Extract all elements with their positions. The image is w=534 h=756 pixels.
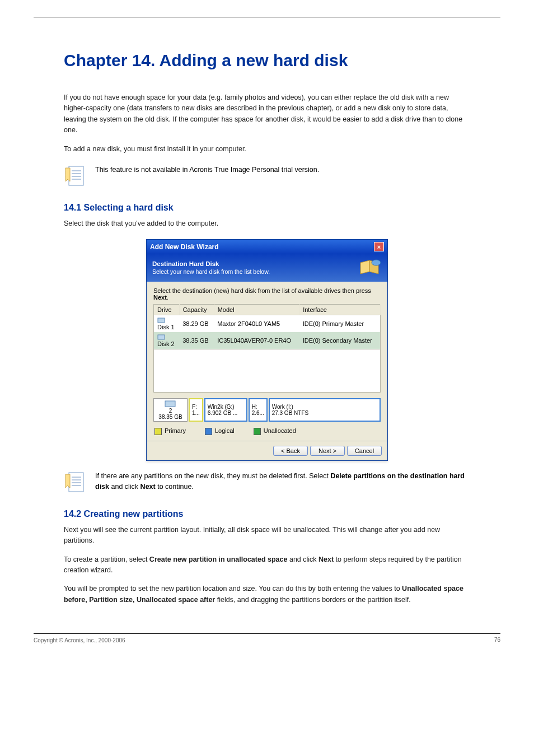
svg-rect-6: [158, 318, 165, 323]
svg-rect-7: [158, 335, 165, 339]
disk-cell: 2 38.35 GB: [153, 398, 188, 422]
body-paragraph: To create a partition, select Create new…: [64, 554, 470, 576]
note-icon: [64, 471, 86, 494]
col-interface[interactable]: Interface: [299, 305, 381, 315]
partition: Work (I:)27.3 GB NTFS: [269, 398, 381, 422]
wizard-book-icon: [359, 258, 382, 277]
hdd-icon: [157, 317, 176, 324]
table-row[interactable]: Disk 2 38.35 GB IC35L040AVER07-0 ER4O ID…: [154, 332, 381, 349]
col-model[interactable]: Model: [214, 305, 299, 315]
intro-paragraph-2: To add a new disk, you must first instal…: [64, 144, 470, 155]
next-button[interactable]: Next >: [310, 446, 345, 456]
body-paragraph: You will be prompted to set the new part…: [64, 584, 470, 605]
section-14-1-title: 14.1 Selecting a hard disk: [64, 203, 470, 213]
legend-swatch-primary: [154, 428, 162, 435]
body-paragraph: Next you will see the current partition …: [64, 525, 470, 547]
legend-swatch-unallocated: [254, 428, 261, 435]
intro-paragraph: If you do not have enough space for your…: [64, 92, 470, 136]
add-new-disk-wizard-dialog: Add New Disk Wizard × Destination Hard D…: [146, 239, 388, 461]
hdd-icon: [165, 400, 176, 408]
dialog-header-sub: Select your new hard disk from the list …: [152, 268, 270, 275]
partition-map: 2 38.35 GB F:1...Win2k (G:)6.902 GB ...H…: [153, 398, 381, 422]
hdd-icon: [157, 334, 176, 340]
dialog-instruction: Select the destination (new) hard disk f…: [153, 287, 381, 301]
svg-point-5: [372, 260, 381, 265]
svg-rect-8: [165, 401, 175, 407]
col-drive[interactable]: Drive: [154, 305, 180, 315]
table-row[interactable]: Disk 1 38.29 GB Maxtor 2F040L0 YAM5 IDE(…: [154, 315, 381, 333]
partition: Win2k (G:)6.902 GB ...: [204, 398, 247, 422]
back-button[interactable]: < Back: [273, 446, 308, 456]
note-text: This feature is not available in Acronis…: [95, 165, 470, 175]
col-capacity[interactable]: Capacity: [179, 305, 214, 315]
drives-table[interactable]: Drive Capacity Model Interface: [153, 304, 381, 349]
close-icon[interactable]: ×: [374, 242, 384, 251]
dialog-title: Add New Disk Wizard: [150, 243, 219, 251]
note-text: If there are any partitions on the new d…: [95, 471, 470, 493]
select-paragraph: Select the disk that you've added to the…: [64, 218, 470, 229]
dialog-header-title: Destination Hard Disk: [152, 260, 270, 267]
partition-legend: Primary Logical Unallocated: [154, 427, 381, 435]
note-icon: [64, 165, 86, 188]
cancel-button[interactable]: Cancel: [347, 446, 382, 456]
section-14-2-title: 14.2 Creating new partitions: [64, 509, 470, 519]
svg-rect-9: [69, 473, 83, 492]
chapter-title: Chapter 14. Adding a new hard disk: [64, 51, 500, 70]
partition: H:2.6...: [249, 398, 268, 422]
partition: F:1...: [189, 398, 203, 422]
svg-rect-0: [69, 166, 83, 185]
legend-swatch-logical: [205, 428, 212, 435]
